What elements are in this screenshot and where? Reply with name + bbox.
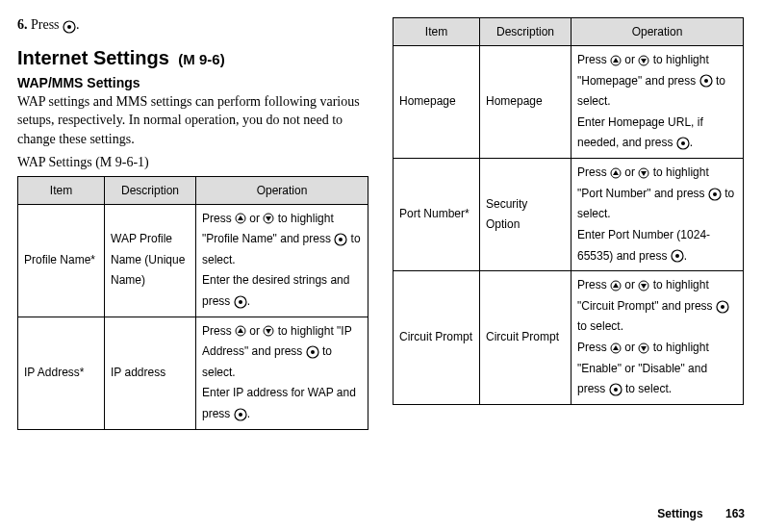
svg-point-15	[311, 350, 315, 354]
down-key-icon	[263, 209, 274, 230]
ok-key-icon	[671, 246, 684, 267]
intro-text: WAP settings and MMS settings can perfor…	[17, 92, 368, 149]
step-text-before: Press	[31, 17, 63, 32]
ok-key-icon	[716, 296, 729, 317]
op-text: .	[690, 136, 693, 149]
settings-table-right: Item Description Operation Homepage Home…	[393, 17, 744, 405]
op-text: or	[622, 165, 638, 179]
cell-operation: Press or to highlight "Homepage" and pre…	[572, 46, 744, 159]
table-caption: WAP Settings (M 9-6-1)	[17, 155, 368, 170]
left-column: 6. Press . Internet Settings (M 9-6) WAP…	[17, 17, 368, 430]
svg-marker-35	[613, 283, 619, 288]
svg-point-7	[339, 238, 343, 241]
op-text: .	[684, 249, 687, 263]
section-heading: Internet Settings (M 9-6)	[17, 47, 368, 69]
ok-key-icon	[234, 404, 247, 425]
svg-marker-43	[641, 346, 647, 351]
ok-key-icon	[234, 291, 247, 313]
op-text: Press	[577, 165, 610, 179]
op-text: Enter the desired strings and press	[202, 273, 349, 308]
subsection-heading: WAP/MMS Settings	[17, 75, 368, 90]
svg-marker-37	[641, 284, 647, 289]
svg-marker-27	[613, 170, 619, 175]
op-text: Press	[577, 53, 610, 66]
cell-operation: Press or to highlight "Circuit Prompt" a…	[572, 271, 744, 405]
th-item: Item	[18, 176, 105, 204]
up-key-icon	[235, 321, 246, 342]
footer-page-number: 163	[725, 507, 745, 520]
svg-marker-3	[238, 215, 243, 220]
svg-point-31	[713, 192, 717, 196]
cell-item: Profile Name*	[18, 204, 105, 317]
svg-marker-19	[613, 58, 619, 63]
down-key-icon	[638, 50, 649, 71]
svg-marker-11	[238, 328, 243, 333]
up-key-icon	[235, 209, 246, 230]
cell-item: Port Number*	[394, 159, 480, 271]
th-item: Item	[394, 18, 480, 46]
cell-item: IP Address*	[18, 317, 105, 429]
cell-operation: Press or to highlight "Profile Name" and…	[196, 204, 368, 317]
cell-item: Homepage	[394, 46, 480, 159]
ok-key-icon	[699, 71, 713, 92]
up-key-icon	[610, 338, 622, 359]
ok-key-icon	[306, 342, 319, 363]
th-operation: Operation	[572, 18, 744, 46]
right-column: Item Description Operation Homepage Home…	[393, 17, 744, 405]
svg-point-9	[239, 300, 242, 304]
down-key-icon	[638, 275, 649, 296]
svg-marker-41	[613, 345, 619, 350]
down-key-icon	[638, 338, 649, 359]
svg-point-1	[67, 25, 71, 29]
ok-key-icon	[63, 18, 76, 34]
th-description: Description	[480, 18, 572, 46]
page: 6. Press . Internet Settings (M 9-6) WAP…	[0, 0, 762, 532]
svg-point-33	[675, 254, 679, 258]
cell-description: Security Option	[480, 159, 572, 271]
op-text: or	[622, 278, 638, 291]
cell-item: Circuit Prompt	[394, 271, 480, 405]
svg-point-39	[721, 305, 724, 309]
op-text: or	[246, 212, 263, 225]
op-text: or	[246, 324, 263, 338]
op-text: or	[622, 53, 638, 66]
step-number: 6.	[17, 17, 28, 32]
table-row: Port Number* Security Option Press or to…	[394, 159, 744, 271]
op-text: Press	[202, 324, 235, 338]
step-text-after: .	[76, 17, 80, 32]
ok-key-icon	[708, 184, 722, 205]
settings-table-left: Item Description Operation Profile Name*…	[17, 176, 368, 430]
cell-description: WAP Profile Name (Unique Name)	[105, 204, 196, 317]
cell-description: Circuit Prompt	[480, 271, 572, 405]
svg-point-45	[614, 388, 618, 392]
ok-key-icon	[676, 133, 690, 154]
svg-point-17	[239, 413, 242, 417]
op-text: Enter IP address for WAP and press	[202, 386, 356, 420]
step-line: 6. Press .	[17, 17, 368, 34]
op-text: or	[622, 341, 638, 354]
svg-marker-13	[266, 329, 271, 334]
table-row: Circuit Prompt Circuit Prompt Press or t…	[394, 271, 744, 405]
op-text: to select.	[622, 382, 672, 395]
down-key-icon	[263, 321, 274, 342]
up-key-icon	[610, 163, 622, 184]
cell-description: IP address	[105, 317, 196, 429]
table-row: Homepage Homepage Press or to highlight …	[394, 46, 744, 159]
svg-marker-5	[266, 216, 271, 221]
cell-operation: Press or to highlight "Port Number" and …	[572, 159, 744, 271]
cell-description: Homepage	[480, 46, 572, 159]
op-text: .	[247, 294, 250, 308]
ok-key-icon	[609, 379, 622, 400]
svg-point-25	[681, 141, 685, 145]
table-header-row: Item Description Operation	[394, 18, 744, 46]
svg-marker-21	[641, 59, 647, 63]
ok-key-icon	[334, 229, 347, 250]
footer-section: Settings	[657, 507, 702, 520]
up-key-icon	[610, 275, 622, 296]
op-text: Enter Port Number (1024-65535) and press	[577, 228, 710, 263]
cell-operation: Press or to highlight "IP Address" and p…	[196, 317, 368, 429]
th-operation: Operation	[196, 176, 368, 204]
svg-point-23	[704, 79, 708, 83]
heading-title: Internet Settings	[17, 47, 169, 68]
op-text: to select.	[577, 319, 623, 333]
